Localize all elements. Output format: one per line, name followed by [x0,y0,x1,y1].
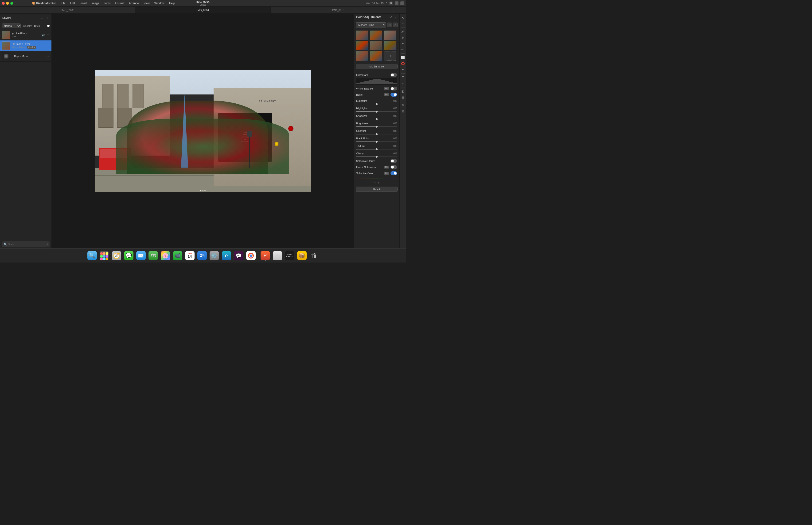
preset-thumb-6[interactable] [384,41,396,50]
blend-mode-select[interactable]: Normal [2,24,21,28]
share-button[interactable]: ↑ [400,1,404,5]
menu-window[interactable]: Window [153,1,166,5]
dock-launchpad[interactable] [99,250,110,261]
menu-file[interactable]: File [59,1,67,5]
dock-preview[interactable]: 👁 [272,250,283,261]
adj-highlights-slider[interactable] [356,111,397,112]
adj-brightness-slider[interactable] [356,126,397,127]
bottom-grid-icon[interactable]: ⊞ [374,181,376,185]
layers-collapse-btn[interactable]: − [35,16,39,20]
tab-img0004[interactable]: IMG_0004 [135,6,271,13]
menu-view[interactable]: View [142,1,152,5]
dock-chrome[interactable] [245,250,257,261]
dock-trash[interactable]: 🗑 [308,250,320,261]
maximize-button[interactable] [10,2,13,5]
tool-retouch[interactable]: ✦ [400,41,406,46]
tab-img0610[interactable]: IMG_0610 [271,6,406,13]
dock-photos[interactable]: 🌸 [160,250,171,261]
tab-img0972[interactable]: IMG_0972 [0,6,135,13]
adj-basic-toggle[interactable] [390,93,397,96]
menu-tools[interactable]: Tools [102,1,112,5]
dock-edge[interactable]: e [221,250,232,261]
preset-add-thumb[interactable]: + [384,51,396,61]
menu-image[interactable]: Image [90,1,101,5]
ml-enhance-button[interactable]: ML Enhance [356,64,398,69]
app-menu-pixelmator[interactable]: 🎨 Pixelmator Pro [32,2,56,5]
mask-badge[interactable]: Mask ▾ [27,46,36,49]
preset-options-btn[interactable]: ⊙ [387,22,392,27]
layer-depth-mask[interactable]: □ Depth Mask □ [0,51,51,62]
adj-selective-color-toggle[interactable] [390,171,397,175]
tool-smudge[interactable]: 〰 [400,47,406,52]
adj-exposure-slider[interactable] [356,104,397,104]
tool-clone[interactable]: ⊕ [400,34,406,40]
dock-appstore[interactable]: 🛍 [196,250,208,261]
layer-live-photo[interactable]: ◉ Live Photo 0:03 🔊 □ [0,30,51,41]
preset-thumb-2[interactable] [370,31,382,40]
menu-format[interactable]: Format [113,1,126,5]
preset-select[interactable]: Modern Films [356,22,386,28]
dock-pixelmator[interactable]: P [260,250,271,261]
layer-check-image[interactable]: ✓ [46,44,49,47]
menu-help[interactable]: Help [167,1,177,5]
preset-thumb-4[interactable] [356,41,368,50]
menu-insert[interactable]: Insert [78,1,89,5]
adj-selective-clarity-toggle[interactable] [390,159,397,163]
preset-thumb-3[interactable] [384,31,396,40]
tool-select[interactable]: ⬜ [400,55,406,60]
tool-pen[interactable]: ✒ [400,67,406,72]
minimize-button[interactable] [6,2,9,5]
layer-image[interactable]: HD Image Layer 5712 × 4284 px Mask ▾ ✓ [0,41,51,51]
preset-thumb-1[interactable] [356,31,368,40]
hdr-button[interactable]: HDR [389,1,393,5]
ca-options-btn[interactable]: ⊙ [389,15,393,19]
adj-texture-slider[interactable] [356,149,397,149]
tool-pointer[interactable]: ⊞ [400,108,406,114]
dock-safari[interactable]: 🧭 [111,250,122,261]
dock-slack[interactable]: 💬 [233,250,244,261]
close-button[interactable] [2,2,5,5]
tool-gradient[interactable]: ▦ [400,94,406,100]
dock-mail[interactable]: ✉️ [135,250,147,261]
dock-calendar[interactable]: FEB 14 [184,250,196,261]
search-add-btn[interactable]: ℹ [47,242,48,246]
preset-thumb-5[interactable] [370,41,382,50]
layer-hide-depth[interactable]: □ [46,55,49,58]
adj-shadows-slider[interactable] [356,119,397,119]
adj-contrast-slider[interactable] [356,134,397,134]
dock-unarchiver[interactable]: 📦 [296,250,308,261]
dock-settings[interactable]: ⚙️ [209,250,220,261]
preset-add-btn[interactable]: ✕ [393,22,398,27]
adj-clarity-slider[interactable] [356,156,397,157]
tool-color-adj[interactable]: ◐ [400,88,406,94]
adj-black-point-slider[interactable] [356,141,397,142]
bottom-list-icon[interactable]: ≡ [378,181,379,185]
layers-options-btn[interactable]: ⊞ [40,16,44,20]
layers-add-btn[interactable]: + [45,16,49,20]
tool-paint[interactable]: 🖌 [400,28,406,34]
dock-facetime[interactable]: 📹 [172,250,183,261]
layer-hide-live[interactable]: □ [46,33,49,37]
preset-thumb-7[interactable] [356,51,368,61]
info-button[interactable]: ℹ [395,1,398,5]
tool-cursor[interactable]: ↖ [400,15,406,20]
tool-shape[interactable]: △ [400,80,406,86]
tool-zoom[interactable]: ⊕ [400,102,406,108]
dock-finder[interactable]: 🔍 [87,250,98,261]
tool-type[interactable]: T [400,75,406,80]
opacity-slider[interactable] [43,26,49,26]
ca-close-btn[interactable]: ✕ [394,15,397,19]
menu-arrange[interactable]: Arrange [127,1,141,5]
tool-crop[interactable]: ⌗ [400,21,406,26]
dock-messages[interactable]: 💬 [123,250,134,261]
layer-visibility-live[interactable]: 🔊 [42,33,45,37]
search-input[interactable] [8,243,46,245]
menu-edit[interactable]: Edit [68,1,77,5]
tool-lasso[interactable]: ⭕ [400,61,406,66]
preset-thumb-8[interactable] [370,51,382,61]
adj-histogram-toggle[interactable] [390,73,397,77]
adj-hue-saturation-toggle[interactable] [390,165,397,169]
adj-white-balance-toggle[interactable] [390,87,397,90]
dock-epic[interactable]: EPICGAMES [284,250,295,261]
reset-button[interactable]: Reset [356,186,398,192]
